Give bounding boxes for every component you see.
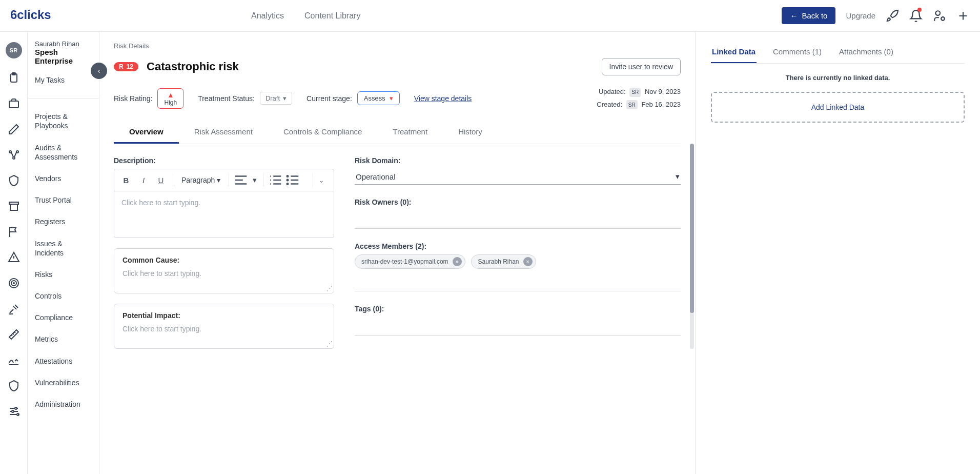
sidebar-item-audits[interactable]: Audits & Assessments (28, 137, 99, 168)
common-cause-textarea[interactable]: Click here to start typing. (122, 269, 325, 278)
sidebar-item-trust-portal[interactable]: Trust Portal (28, 189, 99, 211)
info-bar: Risk Rating: ▲ High Treatment Status: Dr… (114, 86, 681, 111)
treatment-status-label: Treatment Status: (198, 94, 255, 103)
italic-button[interactable]: I (136, 172, 151, 188)
toolbar-expand-button[interactable]: ⌄ (313, 173, 330, 187)
remove-chip-icon[interactable]: × (523, 257, 533, 266)
flag-icon[interactable] (8, 226, 20, 238)
chevron-down-icon: ▾ (390, 94, 393, 102)
potential-impact-textarea[interactable]: Click here to start typing. (122, 325, 325, 333)
add-linked-data-button[interactable]: Add Linked Data (711, 92, 965, 123)
breadcrumb[interactable]: Risk Details (114, 42, 681, 50)
back-button[interactable]: ← Back to (782, 7, 835, 24)
potential-impact-label: Potential Impact: (122, 311, 325, 320)
svg-point-15 (12, 410, 14, 412)
svg-point-17 (287, 176, 289, 177)
stage-select[interactable]: Assess ▾ (357, 91, 400, 105)
access-members-input[interactable] (355, 273, 681, 291)
title-row: R12 Catastrophic risk Invite user to rev… (114, 58, 681, 75)
sidebar-org-name: Spesh Enterprise (35, 48, 92, 65)
sidebar-item-metrics[interactable]: Metrics (28, 328, 99, 350)
app-header: 6clicks Analytics Content Library ← Back… (0, 0, 980, 32)
potential-impact-field: Potential Impact: Click here to start ty… (114, 304, 334, 349)
sidebar-item-issues[interactable]: Issues & Incidents (28, 233, 99, 264)
current-stage-label: Current stage: (307, 94, 352, 103)
sidebar-item-attestations[interactable]: Attestations (28, 350, 99, 372)
page-title: Catastrophic risk (147, 60, 239, 73)
risk-owners-label: Risk Owners (0): (355, 198, 681, 206)
network-icon[interactable] (8, 149, 20, 161)
tab-attachments[interactable]: Attachments (0) (838, 44, 894, 63)
description-textarea[interactable]: Click here to start typing. (114, 191, 334, 238)
shield-check-icon[interactable] (8, 380, 20, 392)
sidebar-item-compliance[interactable]: Compliance (28, 307, 99, 328)
clipboard-icon[interactable] (8, 72, 20, 84)
bullet-list-button[interactable] (285, 172, 300, 188)
chevron-down-icon: ▾ (217, 176, 220, 184)
upgrade-link[interactable]: Upgrade (846, 11, 875, 20)
resize-handle-icon[interactable]: ⋰ (326, 286, 332, 291)
align-button[interactable] (233, 172, 249, 188)
invite-user-button[interactable]: Invite user to review (602, 58, 681, 75)
risk-domain-select[interactable]: Operational ▾ (355, 169, 681, 185)
sliders-icon[interactable] (8, 405, 20, 418)
warning-icon[interactable] (8, 251, 20, 264)
sidebar-item-projects[interactable]: Projects & Playbooks (28, 106, 99, 136)
rocket-icon[interactable] (886, 9, 899, 23)
ruler-icon[interactable] (8, 328, 20, 341)
svg-point-1 (935, 11, 940, 15)
svg-text:6clicks: 6clicks (10, 8, 51, 22)
signature-icon[interactable] (8, 354, 20, 366)
risk-id-badge: R12 (114, 62, 138, 71)
nav-analytics[interactable]: Analytics (251, 11, 284, 21)
target-icon[interactable] (8, 277, 20, 289)
view-stage-details-link[interactable]: View stage details (414, 94, 472, 103)
briefcase-icon[interactable] (8, 97, 20, 110)
logo[interactable]: 6clicks (10, 8, 67, 24)
sidebar-item-administration[interactable]: Administration (28, 393, 99, 415)
bold-button[interactable]: B (118, 172, 134, 188)
paragraph-select[interactable]: Paragraph ▾ (177, 176, 224, 184)
remove-chip-icon[interactable]: × (453, 257, 462, 266)
tab-risk-assessment[interactable]: Risk Assessment (179, 121, 268, 144)
sidebar-item-registers[interactable]: Registers (28, 211, 99, 232)
user-settings-icon[interactable] (933, 9, 946, 23)
gavel-icon[interactable] (8, 303, 20, 315)
created-by-avatar: SR (626, 100, 638, 109)
tab-comments[interactable]: Comments (1) (772, 44, 823, 63)
tab-overview[interactable]: Overview (114, 121, 179, 144)
chevron-down-icon: ▾ (283, 94, 287, 102)
ordered-list-button[interactable] (268, 172, 283, 188)
plus-icon[interactable] (956, 9, 970, 23)
main-tabs: Overview Risk Assessment Controls & Comp… (114, 121, 681, 144)
alert-triangle-icon: ▲ (164, 91, 177, 99)
tags-input[interactable] (355, 317, 681, 335)
tab-controls-compliance[interactable]: Controls & Compliance (268, 121, 377, 144)
description-editor: B I U Paragraph ▾ ▾ (114, 169, 334, 238)
sidebar-item-risks[interactable]: Risks (28, 264, 99, 285)
rating-label: Risk Rating: (114, 94, 152, 103)
sidebar-item-vendors[interactable]: Vendors (28, 168, 99, 189)
tab-treatment[interactable]: Treatment (377, 121, 443, 144)
risk-owners-input[interactable] (355, 210, 681, 229)
sidebar-item-my-tasks[interactable]: My Tasks (28, 69, 99, 91)
shield-icon[interactable] (8, 174, 20, 187)
tab-history[interactable]: History (443, 121, 498, 144)
tab-linked-data[interactable]: Linked Data (711, 44, 757, 63)
linked-data-empty-msg: There is currently no linked data. (711, 74, 965, 82)
sidebar-user-block: Saurabh Rihan Spesh Enterprise (28, 40, 99, 69)
sidebar-item-controls[interactable]: Controls (28, 285, 99, 307)
risk-rating-badge: ▲ High (157, 88, 183, 109)
underline-button[interactable]: U (153, 172, 169, 188)
nav-content-library[interactable]: Content Library (304, 11, 360, 21)
align-chevron-icon[interactable]: ▾ (251, 172, 259, 188)
resize-handle-icon[interactable]: ⋰ (326, 341, 332, 346)
edit-icon[interactable] (8, 123, 20, 135)
archive-icon[interactable] (8, 200, 20, 212)
sidebar-item-vulnerabilities[interactable]: Vulnerabilities (28, 372, 99, 393)
user-avatar[interactable]: SR (6, 42, 22, 58)
scrollbar[interactable] (690, 144, 694, 349)
treatment-status-select[interactable]: Draft ▾ (260, 92, 292, 105)
bell-icon[interactable] (909, 9, 923, 23)
header-nav: Analytics Content Library (251, 11, 360, 21)
